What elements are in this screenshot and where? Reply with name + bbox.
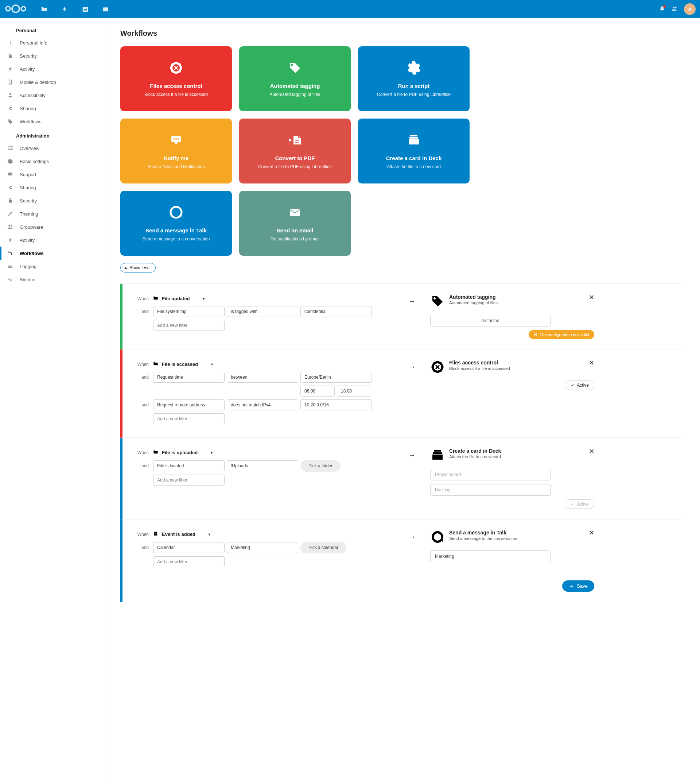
- security-icon: [7, 53, 13, 59]
- action-field[interactable]: Marketing: [430, 550, 550, 562]
- sidebar-item-basic-settings[interactable]: Basic settings: [0, 155, 109, 168]
- condition-operator[interactable]: [227, 399, 298, 410]
- svg-point-11: [175, 138, 177, 140]
- workflow-card[interactable]: Convert to PDFConvert a file to PDF usin…: [239, 119, 351, 184]
- sidebar-item-security-admin[interactable]: Security: [0, 194, 109, 207]
- sidebar-item-label: Mobile & desktop: [20, 80, 56, 85]
- sidebar-item-theming[interactable]: Theming: [0, 207, 109, 221]
- action-field[interactable]: restricted: [430, 315, 550, 326]
- sidebar-item-support[interactable]: Support: [0, 168, 109, 181]
- page-title: Workflows: [120, 29, 682, 38]
- sidebar-item-personal-info[interactable]: Personal info: [0, 36, 109, 49]
- nav-activity-icon[interactable]: [57, 1, 73, 17]
- sidebar-item-activity[interactable]: Activity: [0, 62, 109, 75]
- talk-icon: [430, 530, 445, 545]
- active-toggle[interactable]: Active: [565, 381, 594, 390]
- trigger-select[interactable]: Event is added▼: [153, 530, 211, 539]
- sidebar-item-sharing[interactable]: Sharing: [0, 102, 109, 115]
- arrow-icon: →: [405, 360, 419, 427]
- sidebar-item-mobile-desktop[interactable]: Mobile & desktop: [0, 75, 109, 89]
- trigger-select[interactable]: File updated▼: [153, 294, 205, 303]
- user-avatar[interactable]: A: [684, 3, 696, 15]
- pick-button[interactable]: Pick a folder: [300, 460, 340, 472]
- active-toggle[interactable]: Active: [565, 500, 594, 509]
- notifications-icon[interactable]: [659, 6, 665, 13]
- folder-icon: [153, 296, 158, 302]
- svg-point-5: [6, 7, 10, 11]
- workflow-card[interactable]: Create a card in DeckAttach the file to …: [358, 119, 470, 184]
- action-title: Create a card in Deck: [449, 448, 501, 454]
- condition-value[interactable]: [300, 399, 372, 410]
- add-filter-input[interactable]: [153, 320, 225, 331]
- save-button[interactable]: Save: [562, 580, 594, 592]
- sidebar-item-label: Accessibility: [20, 93, 45, 98]
- nav-gallery-icon[interactable]: [77, 1, 93, 17]
- action-field[interactable]: Backlog: [430, 484, 550, 496]
- sidebar-item-system[interactable]: System: [0, 273, 109, 286]
- workflow-card[interactable]: Automated taggingAutomated tagging of fi…: [239, 46, 351, 111]
- condition-operator[interactable]: [227, 306, 298, 317]
- workflow-cards: Files access controlBlock access if a fi…: [120, 46, 478, 256]
- condition-field[interactable]: [153, 372, 225, 383]
- chevron-down-icon: ▼: [208, 533, 211, 536]
- card-desc: Get notifications by email: [270, 236, 319, 242]
- workflow-card[interactable]: Send an emailGet notifications by email: [239, 191, 351, 256]
- condition-field[interactable]: [153, 460, 225, 471]
- action-title: Automated tagging: [449, 294, 498, 300]
- show-less-button[interactable]: Show less: [120, 263, 156, 272]
- card-title: Create a card in Deck: [386, 155, 442, 161]
- logo[interactable]: [4, 3, 27, 15]
- sidebar-item-logging[interactable]: Logging: [0, 260, 109, 273]
- activity-admin-icon: [7, 237, 13, 243]
- add-filter-input[interactable]: [153, 556, 225, 567]
- nav-work-icon[interactable]: [97, 1, 113, 17]
- trigger-select[interactable]: File is uploaded▼: [153, 448, 213, 457]
- deck-icon: [407, 133, 421, 149]
- sidebar-item-accessibility[interactable]: Accessibility: [0, 89, 109, 102]
- add-filter-input[interactable]: [153, 475, 225, 486]
- time-from[interactable]: [300, 386, 335, 396]
- sidebar-item-label: Security: [20, 198, 37, 204]
- nav-files-icon[interactable]: [36, 1, 52, 17]
- sidebar-item-label: Theming: [20, 211, 38, 217]
- pick-button[interactable]: Pick a calendar: [300, 542, 347, 553]
- top-nav: [36, 1, 113, 17]
- condition-operator[interactable]: [227, 372, 298, 383]
- add-filter-input[interactable]: [153, 413, 225, 424]
- sidebar-item-groupware[interactable]: Groupware: [0, 221, 109, 234]
- condition-value[interactable]: [300, 372, 372, 383]
- sidebar-item-activity-admin[interactable]: Activity: [0, 234, 109, 247]
- card-desc: Convert a file to PDF using Libreoffice: [258, 164, 332, 169]
- action-desc: Block access if a file is accessed: [449, 366, 510, 371]
- sidebar-item-sharing-admin[interactable]: Sharing: [0, 181, 109, 194]
- invalid-badge: ✕The configuration is invalid: [528, 330, 594, 339]
- condition-value[interactable]: [227, 542, 298, 553]
- card-title: Automated tagging: [270, 83, 320, 89]
- condition-value[interactable]: [300, 306, 372, 317]
- close-icon[interactable]: ✕: [589, 294, 594, 301]
- chevron-down-icon: ▼: [210, 451, 213, 455]
- workflow-card[interactable]: Run a scriptConvert a file to PDF using …: [358, 46, 470, 111]
- card-title: Run a script: [398, 83, 430, 89]
- card-title: Send an email: [277, 227, 313, 234]
- contacts-icon[interactable]: [672, 6, 677, 13]
- time-to[interactable]: [337, 386, 371, 396]
- workflow-rule: WhenFile is accessed▼andand→✕Files acces…: [120, 349, 682, 438]
- sidebar-item-overview[interactable]: Overview: [0, 142, 109, 155]
- workflow-card[interactable]: Send a message in TalkSend a message to …: [120, 191, 232, 256]
- close-icon[interactable]: ✕: [589, 448, 594, 455]
- close-icon[interactable]: ✕: [589, 530, 594, 536]
- chevron-up-icon: [124, 267, 127, 269]
- sidebar-item-security[interactable]: Security: [0, 49, 109, 62]
- condition-value[interactable]: [227, 460, 298, 471]
- workflow-card[interactable]: Notify meSend a Nextcloud Notification: [120, 119, 232, 184]
- condition-field[interactable]: [153, 306, 225, 317]
- trigger-select[interactable]: File is accessed▼: [153, 360, 213, 369]
- workflow-card[interactable]: Files access controlBlock access if a fi…: [120, 46, 232, 111]
- sidebar-item-workflows-personal[interactable]: Workflows: [0, 115, 109, 128]
- condition-field[interactable]: [153, 399, 225, 410]
- action-field[interactable]: Project board: [430, 469, 550, 480]
- condition-field[interactable]: [153, 542, 225, 553]
- sidebar-item-workflows-admin[interactable]: Workflows: [0, 247, 109, 260]
- close-icon[interactable]: ✕: [589, 360, 594, 366]
